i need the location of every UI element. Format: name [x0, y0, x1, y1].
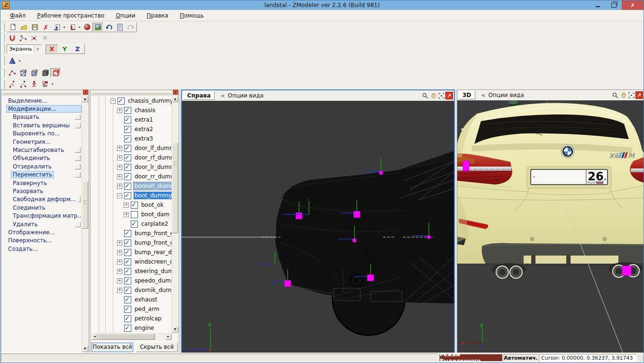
command-item[interactable]: Удалить — [2, 220, 82, 228]
render-icon[interactable] — [82, 23, 92, 32]
command-item-label[interactable]: Отображение... — [6, 229, 57, 236]
tree-item-label[interactable]: bump_rear_dum — [134, 248, 172, 256]
tree-expander-icon[interactable] — [124, 221, 129, 227]
open-file-icon[interactable] — [18, 23, 29, 32]
delete-icon[interactable]: ✗ — [40, 23, 51, 32]
import-icon[interactable] — [51, 23, 62, 32]
tree-item[interactable]: + door_rr_dummy — [91, 172, 172, 181]
tree-checkbox[interactable] — [124, 116, 131, 124]
mode-objects-icon[interactable] — [39, 68, 50, 77]
tree-item-label[interactable]: exhaust — [134, 296, 158, 303]
command-item[interactable]: Объединить — [2, 154, 82, 162]
weld-vertices-icon[interactable] — [18, 34, 28, 43]
toolbar-handle[interactable] — [2, 80, 5, 89]
mode-polygons-icon[interactable] — [28, 68, 39, 77]
scroll-right-icon[interactable]: ► — [165, 334, 172, 340]
bones-icon[interactable] — [39, 80, 50, 89]
tree-item[interactable]: − chassis_dummy — [91, 96, 172, 106]
command-item[interactable]: Создать... — [2, 245, 82, 253]
scroll-up-icon[interactable]: ▲ — [172, 96, 178, 102]
tree-checkbox[interactable] — [124, 126, 131, 133]
menu-item[interactable]: Файл — [4, 11, 31, 20]
command-options-button[interactable] — [75, 164, 81, 169]
toolbar-handle[interactable] — [2, 34, 5, 43]
tree-checkbox[interactable] — [118, 97, 125, 105]
close-panel-icon[interactable]: ✗ — [173, 90, 178, 95]
viewport-3d-name-button[interactable]: 3D — [458, 91, 475, 99]
script-log-icon[interactable] — [114, 23, 125, 32]
tree-expander-icon[interactable]: + — [117, 165, 122, 170]
scroll-thumb[interactable] — [98, 334, 155, 340]
viewport-3d-canvas[interactable]: X6 M 26 RUS — [457, 100, 644, 353]
tree-expander-icon[interactable]: + — [117, 288, 122, 293]
tree-item-label[interactable]: steering_dummy — [134, 267, 172, 275]
command-item-label[interactable]: Свободная деформ... — [11, 195, 78, 203]
toolbar-handle[interactable] — [2, 69, 5, 77]
tree-checkbox[interactable] — [124, 306, 131, 313]
tree-checkbox[interactable] — [131, 221, 138, 228]
tree-expander-icon[interactable]: + — [117, 269, 122, 274]
command-item-label[interactable]: Удалить — [11, 221, 40, 228]
tree-item[interactable]: bump_front_ok — [91, 229, 172, 238]
tree-expander-icon[interactable] — [117, 307, 122, 312]
tree-expander-icon[interactable]: + — [117, 259, 122, 265]
scroll-left-icon[interactable]: ◄ — [91, 334, 98, 340]
tree-item[interactable]: + boot_ok — [91, 200, 172, 210]
command-item[interactable]: Развернуть — [2, 179, 82, 187]
zoom-icon[interactable] — [421, 92, 429, 99]
tree-item-label[interactable]: chassis_dummy — [127, 97, 172, 105]
tree-item[interactable]: + door_rf_dummy — [91, 153, 172, 162]
command-item[interactable]: Разорвать — [2, 187, 82, 195]
command-item[interactable]: Трансформация матр... — [2, 212, 82, 220]
tree-item-label[interactable]: petrolcap — [134, 315, 163, 322]
tree-checkbox[interactable] — [124, 192, 131, 199]
tree-expander-icon[interactable]: + — [117, 184, 122, 189]
pan-hand-icon[interactable] — [429, 92, 437, 99]
export-icon[interactable] — [66, 23, 77, 32]
tree-item-label[interactable]: speedo_dummy — [134, 277, 172, 284]
mode-vertices-icon[interactable] — [7, 68, 18, 77]
tree-checkbox[interactable] — [124, 135, 131, 142]
unweld-vertices-icon[interactable] — [28, 34, 39, 43]
viewport-side-canvas[interactable]: y z x — [182, 101, 454, 353]
command-options-button[interactable] — [75, 114, 81, 120]
command-item[interactable]: Выделение... — [2, 97, 82, 105]
undo-icon[interactable] — [103, 23, 114, 32]
maximize-viewport-icon[interactable] — [445, 92, 453, 99]
menu-item[interactable]: Помощь — [174, 11, 209, 20]
tree-item[interactable]: + dvornik_dummy — [91, 285, 172, 295]
command-options-button[interactable] — [78, 196, 81, 202]
command-item-label[interactable]: Разорвать — [11, 187, 45, 195]
collapse-options-icon[interactable]: < — [481, 92, 485, 98]
tree-expander-icon[interactable] — [117, 231, 122, 236]
tree-item[interactable]: + door_lf_dummy — [91, 143, 172, 153]
tree-item[interactable]: extra1 — [91, 115, 172, 124]
tree-checkbox[interactable] — [124, 164, 131, 171]
tree-item-label[interactable]: boot_dummy — [134, 192, 172, 199]
hierarchy-panel-header[interactable]: ✗ — [91, 90, 179, 96]
tree-item-label[interactable]: door_lf_dummy — [134, 144, 172, 152]
tree-expander-icon[interactable]: + — [117, 250, 122, 255]
resize-grip-icon[interactable] — [637, 355, 644, 361]
command-item-label[interactable]: Отзеркалить — [11, 163, 54, 170]
import-dropdown-icon[interactable]: ▾ — [62, 26, 66, 29]
command-item-label[interactable]: Трансформация матр... — [11, 212, 82, 220]
chevron-down-icon[interactable]: ∨ — [34, 45, 41, 53]
tree-item-label[interactable]: door_rf_dummy — [134, 154, 172, 161]
command-item-label[interactable]: Создать... — [6, 245, 40, 253]
tree-item[interactable]: + bump_front_dum — [91, 238, 172, 248]
material-editor-icon[interactable] — [92, 23, 103, 32]
tree-item[interactable]: + bonnet_dummy — [91, 181, 172, 191]
command-options-button[interactable] — [75, 155, 81, 161]
tree-item-label[interactable]: ped_arm — [134, 305, 160, 313]
maximize-viewport-icon[interactable] — [635, 91, 643, 99]
tree-expander-icon[interactable]: + — [117, 240, 122, 246]
zoom-extents-icon[interactable] — [437, 92, 445, 99]
tree-item-label[interactable]: bump_front_ok — [134, 230, 172, 237]
tree-expander-icon[interactable] — [117, 316, 122, 321]
mode-selected-icon[interactable] — [50, 68, 61, 77]
tree-item[interactable]: petrolcap — [91, 314, 172, 323]
command-item[interactable]: Масштабировать — [2, 146, 82, 154]
tree-checkbox[interactable] — [124, 107, 131, 114]
bones-dropdown-icon[interactable]: ▾ — [50, 82, 54, 86]
